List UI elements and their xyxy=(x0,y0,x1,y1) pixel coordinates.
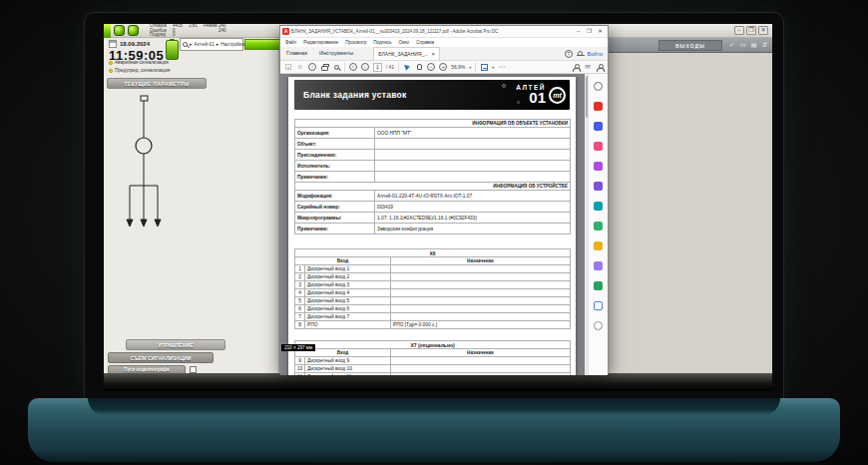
chevron-down-icon[interactable]: ▾ xyxy=(469,65,471,70)
table-row: 8РПОРПО [Тдр= 0.000 с.] xyxy=(295,321,571,329)
combine-files-icon[interactable] xyxy=(594,202,603,211)
close-button[interactable]: ✕ xyxy=(595,27,606,37)
voltage-value: 3,81 xyxy=(189,24,198,29)
device-breadcrumb[interactable]: ▸ Алтей-01 ▸ Настройка ▾ xyxy=(180,38,243,51)
field-label: Микропрограммы: xyxy=(295,213,375,224)
oscillograph-checkbox[interactable] xyxy=(190,366,197,373)
sign-in-link[interactable]: Войти xyxy=(588,51,603,57)
menu-item[interactable]: Просмотр xyxy=(345,40,366,45)
share-people-icon[interactable] xyxy=(573,64,580,71)
outputs-tab-button[interactable]: ВЫХОДЫ xyxy=(658,40,722,51)
more-tools-icon[interactable]: ⋯ xyxy=(498,62,506,72)
breadcrumb-section[interactable]: Настройка xyxy=(220,42,244,47)
alarm-label: Предупред. сигнализация xyxy=(115,68,170,73)
scada-app-icon[interactable] xyxy=(114,25,125,36)
menu-item[interactable]: Справка xyxy=(416,40,434,45)
breadcrumb-chevron: ▸ xyxy=(217,42,218,47)
column-header: Назначение xyxy=(391,257,571,265)
input-number: 6 xyxy=(295,305,305,313)
sign-request-icon[interactable] xyxy=(597,64,604,71)
fit-width-icon[interactable] xyxy=(481,64,488,71)
breaker-symbol[interactable] xyxy=(136,138,152,154)
scan-ocr-icon[interactable] xyxy=(594,281,603,290)
brand-block: АЛТЕЙ 01 mt xyxy=(516,85,570,104)
table-row: 1Дискретный вход 1 xyxy=(295,265,571,273)
print-icon[interactable] xyxy=(321,66,328,71)
fill-sign-icon[interactable] xyxy=(594,182,603,191)
banner-decoration xyxy=(502,84,506,88)
screen-bottom-shade xyxy=(104,373,772,391)
compress-pdf-icon[interactable] xyxy=(594,241,603,250)
input-number: 7 xyxy=(295,313,305,321)
search-tool-icon[interactable] xyxy=(594,82,603,91)
restore-button[interactable]: ❐ xyxy=(584,27,595,37)
table-header-row: ВходНазначение xyxy=(295,349,571,357)
input-purpose xyxy=(391,273,571,281)
previous-page-icon[interactable]: ↑ xyxy=(349,63,357,71)
zoom-level-select[interactable]: 56,9% xyxy=(451,64,465,70)
minimize-button[interactable]: – xyxy=(573,27,584,37)
next-page-icon[interactable]: ↓ xyxy=(361,63,369,71)
menu-item[interactable]: Редактирование xyxy=(303,40,338,45)
menu-item[interactable]: Подпись xyxy=(373,40,391,45)
zoom-in-icon[interactable]: + xyxy=(439,63,447,71)
select-tool-icon[interactable] xyxy=(404,63,411,70)
chevron-down-icon[interactable]: ▾ xyxy=(492,65,494,70)
menu-bar: ФайлРедактированиеПросмотрПодписьОкноСпр… xyxy=(280,38,608,47)
table-section-row: ИНФОРМАЦИЯ ОБ ОБЪЕКТЕ УСТАНОВКИ xyxy=(295,120,571,128)
email-icon[interactable]: ✉ xyxy=(584,62,592,72)
hand-tool-icon[interactable] xyxy=(417,64,422,70)
tab-tools[interactable]: Инструменты xyxy=(313,47,359,60)
outputs-save-icon[interactable]: ▤ xyxy=(749,40,758,50)
export-pdf-icon[interactable] xyxy=(594,102,603,111)
more-tools-icon[interactable] xyxy=(594,321,603,330)
input-purpose xyxy=(391,357,571,365)
create-pdf-icon[interactable] xyxy=(594,122,603,131)
current-params-button[interactable]: ТЕКУЩИЕ ПАРАМЕТРЫ xyxy=(107,78,207,89)
input-number: 11 xyxy=(295,373,305,376)
outputs-check-icon[interactable]: ✓ xyxy=(727,40,736,50)
tab-home[interactable]: Главная xyxy=(280,47,313,60)
tab-document[interactable]: БЛАНК_ЗАДАНИЯ_... × xyxy=(373,47,439,60)
help-icon[interactable]: ? xyxy=(565,50,573,58)
organize-pages-icon[interactable] xyxy=(594,222,603,231)
table-row: Объект: xyxy=(295,139,571,150)
page-number-input[interactable]: 1 xyxy=(373,63,382,72)
menu-item[interactable]: Файл xyxy=(285,40,296,45)
zoom-out-icon[interactable]: − xyxy=(427,63,435,71)
acrobat-titlebar: A БЛАНК_ЗАДАНИЯ_УСТАВОК_Алтей-01__№00341… xyxy=(280,26,608,38)
input-number: 1 xyxy=(295,265,305,273)
breadcrumb-device[interactable]: Алтей-01 xyxy=(194,42,214,47)
input-name: Дискретный вход 6 xyxy=(305,305,391,313)
control-button[interactable]: УПРАВЛЕНИЕ xyxy=(126,339,225,350)
table-row: Организация:ООО НПП "МТ" xyxy=(295,128,571,139)
menu-item[interactable]: Окно xyxy=(398,40,409,45)
input-purpose xyxy=(391,305,571,313)
scada-link-icon[interactable] xyxy=(128,25,139,36)
table-title: Х7 (опционально) xyxy=(295,341,571,349)
protect-icon[interactable] xyxy=(594,301,603,310)
notifications-bell-icon[interactable] xyxy=(578,51,583,56)
close-button[interactable]: ✕ xyxy=(758,26,768,35)
tab-close-icon[interactable]: × xyxy=(431,51,434,57)
star-favorite-icon[interactable]: ☆ xyxy=(296,62,304,72)
find-icon[interactable] xyxy=(334,65,339,70)
outputs-folder-icon[interactable]: ▭ xyxy=(738,40,747,50)
table-title-row: Х6 xyxy=(295,249,571,257)
outputs-toolbar: ВЫХОДЫ ✓▭▤⇵ xyxy=(607,38,772,53)
table-row: Серийный номер:003419 xyxy=(295,202,571,213)
pdf-page: Бланк задания уставок АЛТЕЙ 01 mt ИНФОРМ… xyxy=(288,77,576,375)
input-purpose xyxy=(391,365,571,373)
edit-pdf-icon[interactable] xyxy=(594,142,603,151)
send-review-icon[interactable] xyxy=(594,261,603,270)
alarm-reset-button[interactable]: СЪЕМ СИГНАЛИЗАЦИИ xyxy=(108,352,214,363)
outputs-list-icon[interactable]: ⇵ xyxy=(760,40,769,50)
comment-icon[interactable] xyxy=(594,162,603,171)
upload-cloud-icon[interactable]: ↑ xyxy=(308,63,316,71)
mode-line: 240 xyxy=(204,29,226,34)
save-icon[interactable] xyxy=(285,64,291,70)
minimize-button[interactable]: – xyxy=(734,26,744,35)
restore-button[interactable]: ❐ xyxy=(746,26,756,35)
input-purpose xyxy=(391,313,571,321)
brand-logo-icon: mt xyxy=(549,87,566,104)
